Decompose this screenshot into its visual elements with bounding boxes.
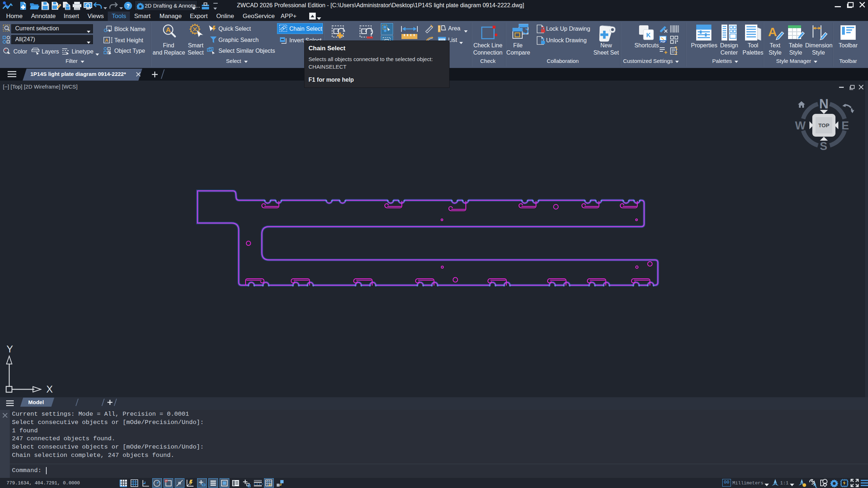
svg-text:A: A xyxy=(105,38,109,43)
svg-text:K: K xyxy=(646,32,651,39)
svg-text:A: A xyxy=(166,26,171,34)
svg-text:PGP: PGP xyxy=(660,40,665,43)
svg-text:A: A xyxy=(768,25,777,39)
svg-text:?: ? xyxy=(126,3,129,9)
